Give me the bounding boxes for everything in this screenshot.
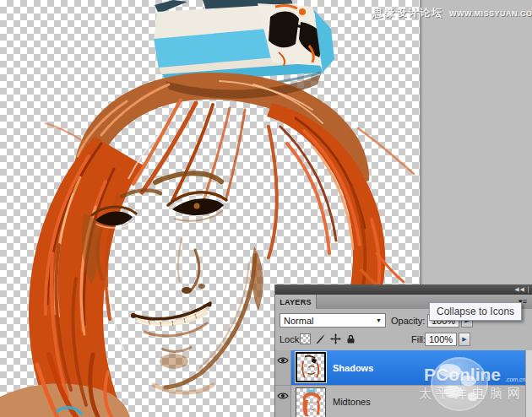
watermark-top-cn: 思缘设计论坛: [372, 6, 443, 20]
eye-icon: [277, 356, 289, 365]
blend-mode-value: Normal: [284, 316, 313, 326]
lock-image-pixels-brush-icon[interactable]: [315, 333, 326, 344]
lock-position-move-icon[interactable]: [330, 333, 341, 344]
chevron-down-icon: ▼: [376, 317, 382, 323]
eye-icon: [277, 392, 289, 400]
tooltip-text: Collapse to Icons: [437, 306, 514, 317]
layers-list: Shadows Midtones: [275, 349, 532, 417]
fill-slider-button[interactable]: ▶: [459, 333, 470, 346]
blend-mode-select[interactable]: Normal ▼: [280, 313, 386, 328]
lock-icons: [300, 333, 356, 344]
dock-divider: [528, 286, 529, 293]
opacity-label: Opacity:: [391, 316, 425, 326]
lock-all-padlock-icon[interactable]: [345, 333, 356, 344]
layer-row-midtones[interactable]: Midtones: [275, 385, 527, 417]
layers-scrollbar[interactable]: [525, 350, 532, 417]
photoshop-screenshot: { "watermarks": { "top_cn": "思缘设计论坛", "t…: [0, 0, 532, 417]
layer-name-midtones[interactable]: Midtones: [333, 397, 371, 407]
panel-dock-header: ◀◀: [275, 284, 532, 295]
layer-thumbnail-midtones[interactable]: [296, 387, 326, 417]
fill-input[interactable]: 100%: [425, 333, 457, 346]
tooltip: Collapse to Icons: [429, 302, 522, 321]
lock-transparent-pixels-icon[interactable]: [300, 333, 311, 344]
visibility-toggle-midtones[interactable]: [275, 386, 291, 417]
lock-row: Lock: Fill: 100% ▶: [275, 331, 532, 349]
hat-group: [154, 0, 334, 86]
layer-row-shadows[interactable]: Shadows: [275, 350, 527, 385]
lock-label: Lock:: [280, 334, 301, 344]
visibility-toggle-shadows[interactable]: [275, 350, 291, 385]
layer-thumbnail-shadows[interactable]: [296, 352, 326, 382]
collapse-to-icons-button[interactable]: ◀◀: [514, 286, 532, 293]
collapse-double-arrow-icon: ◀◀: [514, 286, 525, 293]
tab-layers-label: LAYERS: [280, 298, 311, 306]
watermark-top: 思缘设计论坛 WWW.MISSYUAN.COM: [372, 6, 532, 20]
fill-label: Fill:: [411, 334, 426, 344]
layer-name-shadows[interactable]: Shadows: [333, 363, 373, 373]
tab-layers[interactable]: LAYERS: [275, 295, 317, 309]
watermark-top-url: WWW.MISSYUAN.COM: [449, 9, 532, 18]
